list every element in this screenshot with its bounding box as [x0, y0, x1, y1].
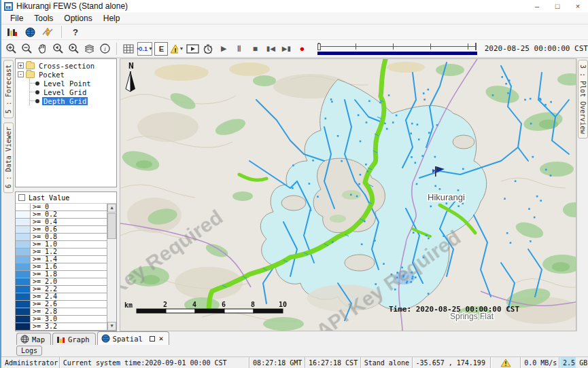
- stop-button[interactable]: ■: [248, 42, 262, 56]
- legend-color-swatch: [16, 323, 31, 330]
- maximize-button[interactable]: □: [547, 0, 568, 12]
- legend-row[interactable]: >= 1.6: [16, 263, 107, 271]
- legend-row[interactable]: >= 2.6: [16, 301, 107, 308]
- legend-row[interactable]: >= 0.6: [16, 226, 107, 234]
- legend-row[interactable]: >= 0.4: [16, 219, 107, 226]
- expand-icon[interactable]: +: [18, 62, 24, 69]
- legend-row[interactable]: >= 2.4: [16, 293, 107, 301]
- tab-spatial[interactable]: Spatial ✕: [97, 331, 170, 345]
- database-chart-icon[interactable]: [5, 25, 19, 39]
- tab-plot-overview[interactable]: 3 : Plot Overview: [578, 60, 588, 139]
- pause-button[interactable]: ‖: [232, 42, 246, 56]
- legend-row[interactable]: >= 1.0: [16, 241, 107, 249]
- legend-threshold-label: >= 2.2: [31, 286, 107, 293]
- tab-graph[interactable]: Graph: [52, 333, 96, 345]
- status-memory: 2.5 GB: [559, 357, 588, 368]
- grid-display-icon[interactable]: [122, 42, 135, 56]
- last-value-checkbox[interactable]: [18, 194, 25, 201]
- animation-panel-icon[interactable]: [186, 42, 199, 56]
- legend-row[interactable]: >= 0.2: [16, 211, 107, 219]
- tab-data-viewer[interactable]: 6 : Data Viewer: [3, 122, 14, 193]
- svg-text:!: !: [504, 361, 508, 367]
- legend-color-swatch: [16, 301, 31, 308]
- warning-dropdown[interactable]: !▼: [170, 42, 184, 56]
- blue-globe-icon: [101, 334, 110, 343]
- main-toolbar: ?: [1, 24, 588, 39]
- legend-row[interactable]: >= 1.8: [16, 271, 107, 278]
- legend-color-swatch: [16, 249, 31, 255]
- scroll-up-icon[interactable]: ▲: [107, 204, 116, 213]
- legend-threshold-label: >= 0.8: [31, 234, 107, 240]
- legend-threshold-label: >= 2.0: [31, 278, 107, 285]
- legend-row[interactable]: >= 3.0: [16, 316, 107, 323]
- collapse-icon[interactable]: -: [18, 71, 24, 77]
- menu-options[interactable]: Options: [59, 13, 97, 24]
- scrollbar-thumb[interactable]: [107, 213, 116, 239]
- profile-chart-icon[interactable]: [41, 25, 54, 39]
- zoom-previous-icon[interactable]: [51, 42, 65, 56]
- menu-file[interactable]: File: [5, 13, 28, 24]
- legend-row[interactable]: >= 1.4: [16, 256, 107, 263]
- globe-icon[interactable]: [23, 25, 37, 39]
- status-coordinates: -35.657 , 174.199: [413, 357, 491, 368]
- legend-row[interactable]: >= 0: [16, 204, 107, 211]
- menu-help[interactable]: Help: [99, 13, 125, 24]
- logs-button[interactable]: Logs: [16, 346, 42, 356]
- menu-tools[interactable]: Tools: [29, 13, 58, 24]
- legend-row[interactable]: >= 1.2: [16, 249, 107, 256]
- legend-row[interactable]: >= 2.0: [16, 278, 107, 286]
- legend-row[interactable]: >= 2.8: [16, 308, 107, 316]
- legend-color-table: >= 0>= 0.2>= 0.4>= 0.6>= 0.8>= 1.0>= 1.2…: [16, 204, 107, 331]
- svg-text:4: 4: [192, 301, 196, 308]
- help-icon[interactable]: ?: [69, 25, 82, 39]
- record-button[interactable]: ●: [295, 42, 309, 56]
- last-value-label: Last Value: [29, 194, 69, 202]
- marker-scale-dropdown[interactable]: •0.1▼: [137, 42, 153, 56]
- zoom-in-icon[interactable]: [4, 42, 18, 56]
- zoom-out-icon[interactable]: [20, 42, 33, 56]
- node-bullet-icon: [35, 90, 39, 94]
- tab-close-icon[interactable]: ✕: [159, 334, 164, 343]
- skip-to-end-button[interactable]: ▶▮: [279, 42, 293, 56]
- close-button[interactable]: ×: [568, 0, 588, 12]
- skip-to-start-button[interactable]: ▮◀: [264, 42, 277, 56]
- elevation-button[interactable]: E: [154, 42, 168, 56]
- timeline-slider[interactable]: [316, 41, 478, 56]
- tree-item-depth-grid[interactable]: Depth Grid: [30, 96, 115, 105]
- legend-color-swatch: [16, 286, 31, 293]
- legend-threshold-label: >= 0.2: [31, 211, 107, 218]
- status-warning-icon[interactable]: !: [491, 357, 521, 368]
- legend-row[interactable]: >= 3.2: [16, 323, 107, 331]
- legend-row[interactable]: >= 2.2: [16, 286, 107, 293]
- svg-text:km: km: [124, 301, 133, 309]
- legend-scrollbar[interactable]: ▲ ▼: [107, 204, 116, 331]
- legend-color-swatch: [16, 263, 31, 270]
- legend-panel: Last Value >= 0>= 0.2>= 0.4>= 0.6>= 0.8>…: [15, 191, 117, 331]
- pan-hand-icon[interactable]: [35, 42, 49, 56]
- tree-item-level-point[interactable]: Level Point: [30, 79, 115, 88]
- tree-item-cross-section[interactable]: + Cross-section: [17, 61, 115, 70]
- legend-row[interactable]: >= 0.8: [16, 234, 107, 241]
- layers-icon[interactable]: [82, 42, 96, 56]
- info-icon[interactable]: i: [98, 42, 111, 56]
- legend-threshold-label: >= 2.8: [31, 308, 107, 315]
- legend-color-swatch: [16, 308, 31, 315]
- tab-maximize-icon[interactable]: [150, 336, 155, 342]
- tree-item-pocket[interactable]: - Pocket: [17, 70, 115, 79]
- legend-color-swatch: [16, 256, 31, 263]
- legend-color-swatch: [16, 316, 31, 323]
- play-button[interactable]: ▶: [217, 42, 230, 56]
- tab-forecast[interactable]: 5 : Forecast: [3, 60, 14, 118]
- time-settings-icon[interactable]: [201, 42, 215, 56]
- tab-map[interactable]: Map: [16, 333, 51, 345]
- legend-color-swatch: [16, 226, 31, 233]
- legend-color-swatch: [16, 293, 31, 300]
- timeline-handle[interactable]: [317, 43, 321, 50]
- map-toolbar: i •0.1▼ E !▼ ▶ ‖ ■ ▮◀ ▶▮ ● 2020-08-25 00…: [1, 39, 588, 58]
- tree-item-level-grid[interactable]: Level Grid: [30, 88, 115, 96]
- zoom-next-icon[interactable]: [67, 42, 80, 56]
- map-viewport[interactable]: API Key Required API Key Required N Hiku…: [120, 58, 576, 331]
- scroll-down-icon[interactable]: ▼: [107, 322, 116, 331]
- svg-text:2: 2: [163, 301, 167, 308]
- minimize-button[interactable]: –: [527, 0, 547, 12]
